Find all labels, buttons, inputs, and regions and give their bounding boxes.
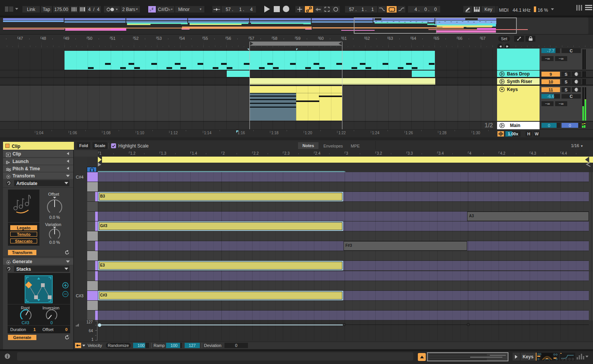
svg-text:♯: ♯	[152, 7, 154, 11]
svg-text:♭: ♭	[149, 8, 151, 12]
